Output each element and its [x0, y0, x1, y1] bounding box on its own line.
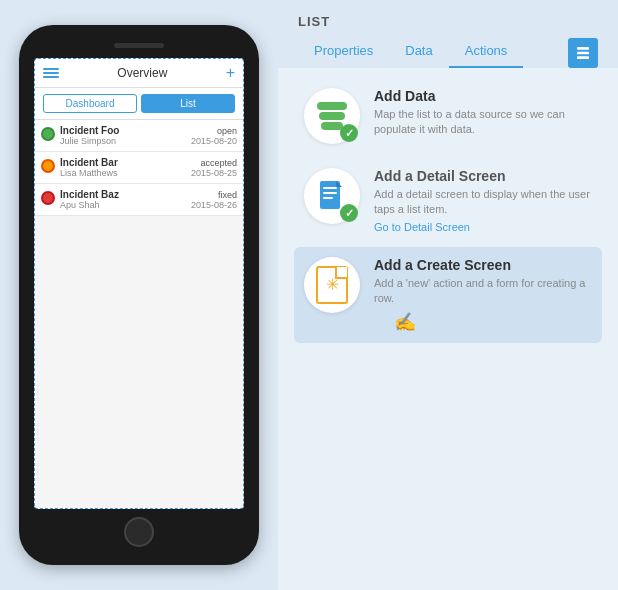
- tab-dashboard[interactable]: Dashboard: [43, 94, 137, 113]
- svg-rect-0: [577, 47, 589, 50]
- screen-topbar: Overview +: [35, 59, 243, 88]
- status-dot-green: [41, 127, 55, 141]
- item-date: 2015-08-26: [191, 200, 237, 210]
- item-person: Apu Shah: [60, 200, 100, 210]
- item-date: 2015-08-20: [191, 136, 237, 146]
- list-item[interactable]: Incident Bar accepted Lisa Matthews 2015…: [35, 152, 243, 184]
- item-status: open: [217, 126, 237, 136]
- go-to-detail-link[interactable]: Go to Detail Screen: [374, 221, 592, 233]
- svg-rect-5: [323, 192, 337, 194]
- panel-tabs: Properties Data Actions: [298, 37, 598, 68]
- cursor-icon: ✍: [394, 311, 592, 333]
- action-card-add-data[interactable]: ✓ Add Data Map the list to a data source…: [294, 78, 602, 154]
- tab-data[interactable]: Data: [389, 37, 448, 68]
- item-name: Incident Baz: [60, 189, 119, 200]
- phone-frame: Overview + Dashboard List Incident Foo o…: [19, 25, 259, 565]
- list-item[interactable]: Incident Foo open Julie Simpson 2015-08-…: [35, 120, 243, 152]
- phone-mockup: Overview + Dashboard List Incident Foo o…: [0, 0, 278, 590]
- status-dot-orange: [41, 159, 55, 173]
- item-content: Incident Baz fixed Apu Shah 2015-08-26: [60, 189, 237, 210]
- add-data-title: Add Data: [374, 88, 592, 104]
- check-icon: ✓: [340, 124, 358, 142]
- item-name: Incident Bar: [60, 157, 118, 168]
- star-icon: ✳: [326, 275, 339, 294]
- screen-title: Overview: [59, 66, 226, 80]
- actions-panel: LIST Properties Data Actions: [278, 0, 618, 590]
- tab-actions[interactable]: Actions: [449, 37, 524, 68]
- create-icon: ✳: [316, 266, 348, 304]
- item-content: Incident Foo open Julie Simpson 2015-08-…: [60, 125, 237, 146]
- add-data-text: Add Data Map the list to a data source s…: [374, 88, 592, 138]
- add-data-desc: Map the list to a data source so we can …: [374, 107, 592, 138]
- create-screen-title: Add a Create Screen: [374, 257, 592, 273]
- panel-title: LIST: [298, 14, 598, 29]
- action-card-detail-screen[interactable]: ✓ Add a Detail Screen Add a detail scree…: [294, 158, 602, 243]
- svg-rect-4: [323, 187, 337, 189]
- item-person: Lisa Matthews: [60, 168, 118, 178]
- item-status: fixed: [218, 190, 237, 200]
- tab-properties[interactable]: Properties: [298, 37, 389, 68]
- panel-header: LIST Properties Data Actions: [278, 0, 618, 68]
- panel-content: ✓ Add Data Map the list to a data source…: [278, 68, 618, 590]
- detail-screen-text: Add a Detail Screen Add a detail screen …: [374, 168, 592, 233]
- svg-rect-6: [323, 197, 333, 199]
- list-item[interactable]: Incident Baz fixed Apu Shah 2015-08-26: [35, 184, 243, 216]
- status-dot-red: [41, 191, 55, 205]
- check-icon: ✓: [340, 204, 358, 222]
- detail-screen-title: Add a Detail Screen: [374, 168, 592, 184]
- panel-icon-button[interactable]: [568, 38, 598, 68]
- svg-rect-1: [577, 51, 589, 54]
- svg-rect-2: [577, 56, 589, 59]
- detail-screen-icon-wrap: ✓: [304, 168, 360, 224]
- item-person: Julie Simpson: [60, 136, 116, 146]
- item-name: Incident Foo: [60, 125, 119, 136]
- add-icon[interactable]: +: [226, 65, 235, 81]
- create-screen-icon-wrap: ✳: [304, 257, 360, 313]
- phone-speaker: [114, 43, 164, 48]
- incident-list: Incident Foo open Julie Simpson 2015-08-…: [35, 120, 243, 508]
- item-status: accepted: [200, 158, 237, 168]
- create-screen-desc: Add a 'new' action and a form for creati…: [374, 276, 592, 307]
- home-button[interactable]: [124, 517, 154, 547]
- item-date: 2015-08-25: [191, 168, 237, 178]
- screen-tab-bar: Dashboard List: [35, 88, 243, 120]
- detail-screen-desc: Add a detail screen to display when the …: [374, 187, 592, 218]
- hamburger-icon[interactable]: [43, 68, 59, 78]
- create-screen-text: Add a Create Screen Add a 'new' action a…: [374, 257, 592, 333]
- tab-list[interactable]: List: [141, 94, 235, 113]
- action-card-create-screen[interactable]: ✳ Add a Create Screen Add a 'new' action…: [294, 247, 602, 343]
- phone-screen: Overview + Dashboard List Incident Foo o…: [34, 58, 244, 509]
- item-content: Incident Bar accepted Lisa Matthews 2015…: [60, 157, 237, 178]
- add-data-icon-wrap: ✓: [304, 88, 360, 144]
